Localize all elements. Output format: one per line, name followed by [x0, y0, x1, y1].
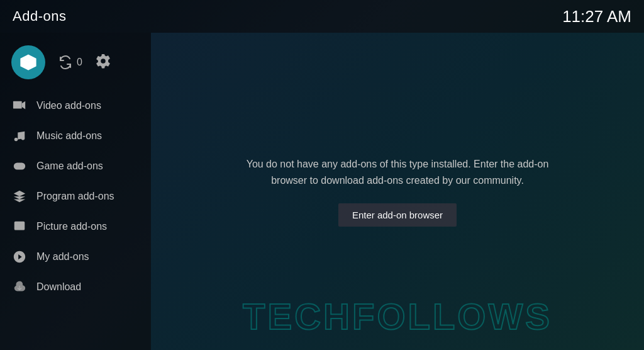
- sidebar-item-download[interactable]: Download: [0, 272, 151, 302]
- sidebar-item-game-addons[interactable]: Game add-ons: [0, 151, 151, 181]
- right-panel: You do not have any add-ons of this type…: [151, 33, 644, 350]
- main-content: 0 Video add-ons: [0, 33, 644, 350]
- svg-rect-0: [13, 101, 22, 109]
- sidebar-top-icons: 0: [0, 40, 151, 91]
- page-title: Add-ons: [13, 8, 66, 25]
- watermark-text: TECHFOLLOWS: [243, 295, 552, 337]
- sidebar-item-music-addons[interactable]: Music add-ons: [0, 121, 151, 151]
- program-addons-label: Program add-ons: [36, 191, 114, 202]
- svg-rect-4: [14, 222, 25, 230]
- download-icon: [13, 280, 26, 294]
- program-icon: [13, 189, 26, 203]
- my-addons-icon: [13, 250, 26, 264]
- header: Add-ons 11:27 AM: [0, 0, 644, 33]
- video-icon: [13, 99, 26, 113]
- sidebar-item-program-addons[interactable]: Program add-ons: [0, 181, 151, 212]
- box-icon: [19, 53, 38, 72]
- music-addons-label: Music add-ons: [36, 130, 102, 142]
- picture-icon: [13, 220, 26, 234]
- sidebar-item-my-addons[interactable]: My add-ons: [0, 242, 151, 272]
- sidebar-item-picture-addons[interactable]: Picture add-ons: [0, 212, 151, 242]
- svg-rect-3: [14, 163, 25, 170]
- settings-button[interactable]: [95, 53, 111, 72]
- sidebar-item-video-addons[interactable]: Video add-ons: [0, 91, 151, 121]
- game-addons-label: Game add-ons: [36, 161, 103, 172]
- picture-addons-label: Picture add-ons: [36, 221, 107, 232]
- enter-addon-browser-button[interactable]: Enter add-on browser: [338, 203, 457, 227]
- svg-point-2: [21, 137, 25, 140]
- addon-browser-icon-button[interactable]: [11, 45, 45, 79]
- svg-point-5: [16, 223, 18, 225]
- svg-point-1: [14, 138, 18, 142]
- sidebar: 0 Video add-ons: [0, 33, 151, 350]
- download-label: Download: [36, 281, 81, 293]
- video-addons-label: Video add-ons: [36, 100, 101, 111]
- app-container: Add-ons 11:27 AM: [0, 0, 644, 350]
- music-icon: [13, 129, 26, 143]
- refresh-icon: [58, 55, 73, 70]
- refresh-count: 0: [77, 57, 82, 68]
- my-addons-label: My add-ons: [36, 251, 89, 262]
- gear-icon: [95, 53, 111, 69]
- clock-display: 11:27 AM: [562, 7, 631, 26]
- refresh-button[interactable]: 0: [58, 55, 82, 70]
- gamepad-icon: [13, 159, 26, 173]
- empty-state-message: You do not have any add-ons of this type…: [234, 156, 561, 188]
